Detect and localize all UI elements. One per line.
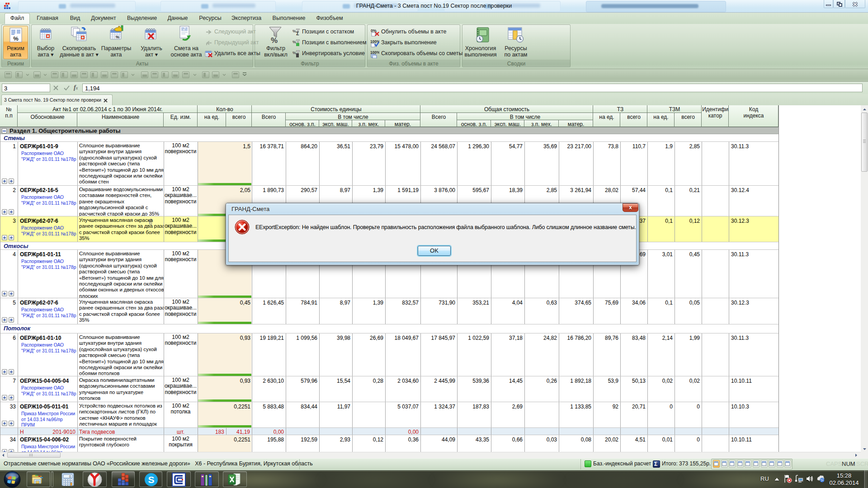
- svg-text:0: 0: [69, 475, 71, 478]
- svg-text:%: %: [271, 36, 278, 44]
- svg-text:%: %: [292, 51, 296, 55]
- svg-text:%: %: [292, 40, 296, 44]
- svg-text:Σ: Σ: [296, 31, 299, 36]
- svg-text:S: S: [148, 474, 154, 485]
- svg-text:%: %: [13, 35, 19, 42]
- svg-text:%: %: [292, 29, 296, 33]
- svg-text:%: %: [116, 35, 119, 39]
